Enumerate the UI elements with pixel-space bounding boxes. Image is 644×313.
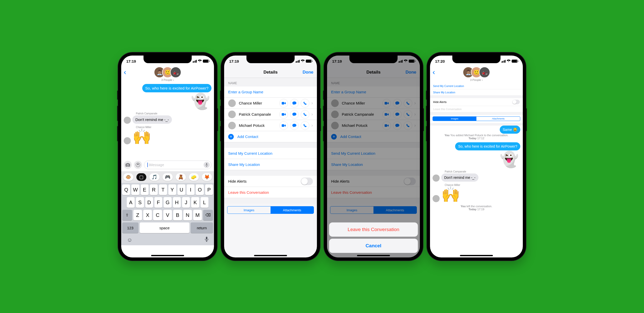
key-h[interactable]: H [173, 197, 181, 208]
ghost-emoji[interactable]: 👻 [191, 94, 210, 109]
key-j[interactable]: J [182, 197, 190, 208]
hands-emoji[interactable]: 🙌 [132, 129, 151, 144]
key-v[interactable]: V [163, 210, 172, 220]
video-icon[interactable] [279, 99, 288, 108]
appstore-icon[interactable] [134, 161, 142, 169]
key-d[interactable]: D [145, 197, 153, 208]
back-chevron-icon[interactable]: ‹ [124, 68, 126, 76]
svg-rect-2 [282, 124, 284, 127]
app-music[interactable]: 🎵 [149, 173, 159, 181]
message-out[interactable]: So, who here is excited for AirPower? [455, 142, 520, 150]
message-icon[interactable] [290, 121, 299, 130]
key-w[interactable]: W [131, 184, 139, 195]
key-q[interactable]: Q [122, 184, 130, 195]
contact-row[interactable]: Patrick Campanale › [224, 109, 317, 120]
phone-1: 17:19 ‹ 👨🏽‍💼🙂🏍️ 3 People › So, who here … [118, 53, 217, 260]
hide-alerts-row[interactable]: Hide Alerts [224, 176, 317, 187]
key-i[interactable]: I [187, 184, 194, 195]
add-contact-row[interactable]: + Add Contact [224, 131, 317, 142]
chat-subtitle[interactable]: 3 People › [121, 78, 214, 81]
key-c[interactable]: C [153, 210, 162, 220]
sheet-cancel-button[interactable]: Cancel [329, 239, 418, 253]
key-k[interactable]: K [191, 197, 199, 208]
message-icon[interactable] [290, 110, 299, 119]
message-out[interactable]: Same 😂 [500, 126, 520, 134]
dictate-icon[interactable] [204, 162, 210, 168]
shift-key[interactable]: ⇧ [122, 210, 132, 220]
video-icon[interactable] [279, 110, 288, 119]
key-m[interactable]: M [193, 210, 202, 220]
keyboard[interactable]: QWERTYUIOP ASDFGHJKL ⇧ ZXCVBNM ⌫ 123 spa… [121, 183, 214, 245]
message-input[interactable]: iMessage [144, 161, 211, 169]
app-strip[interactable]: 🐵 ▢ 🎵 🎮 🧸 🧽 🦊 [121, 171, 214, 183]
seg-attachments[interactable]: Attachments [271, 206, 314, 214]
done-button[interactable]: Done [303, 70, 314, 75]
key-s[interactable]: S [136, 197, 144, 208]
key-g[interactable]: G [164, 197, 171, 208]
message-icon[interactable] [290, 99, 299, 108]
emoji-key[interactable]: ☺ [127, 237, 132, 243]
space-key[interactable]: space [140, 222, 189, 233]
app-animoji[interactable]: 🐵 [123, 173, 133, 181]
segmented-control[interactable]: Images Attachments [227, 206, 314, 214]
key-e[interactable]: E [141, 184, 149, 195]
avatar-small[interactable] [124, 137, 131, 144]
mini-share-location[interactable]: Share My Location [430, 89, 523, 96]
sheet-leave-button[interactable]: Leave this Conversation [329, 222, 418, 237]
mini-hide-alerts[interactable]: Hide Alerts [430, 98, 523, 106]
avatar-small[interactable] [124, 117, 131, 124]
video-icon[interactable] [279, 121, 288, 130]
key-u[interactable]: U [177, 184, 185, 195]
key-l[interactable]: L [201, 197, 208, 208]
phone-icon[interactable] [301, 99, 309, 108]
app-giphy[interactable]: ▢ [136, 173, 147, 181]
message-list[interactable]: So, who here is excited for AirPower? 👻 … [121, 83, 214, 159]
app-sticker1[interactable]: 🧸 [176, 173, 186, 181]
hide-alerts-switch[interactable] [301, 178, 313, 185]
phone-icon[interactable] [301, 110, 309, 119]
key-b[interactable]: B [173, 210, 182, 220]
contact-row[interactable]: Michael Potuck › [224, 120, 317, 131]
message-in[interactable]: Don't remind me -_- [132, 115, 172, 124]
message-list[interactable]: Same 😂 You You added Michael Potuck to t… [430, 126, 523, 213]
app-game[interactable]: 🎮 [163, 173, 173, 181]
key-y[interactable]: Y [168, 184, 176, 195]
key-p[interactable]: P [205, 184, 213, 195]
phone-icon[interactable] [301, 121, 309, 130]
wifi-icon [198, 59, 202, 63]
send-location-row[interactable]: Send My Current Location [224, 148, 317, 159]
key-a[interactable]: A [127, 197, 135, 208]
chat-header[interactable]: ‹ 👨🏽‍💼🙂🏍️ 3 People › [430, 67, 523, 83]
key-r[interactable]: R [150, 184, 158, 195]
mini-send-location[interactable]: Send My Current Location [430, 83, 523, 89]
app-sticker2[interactable]: 🧽 [189, 173, 199, 181]
camera-icon[interactable] [124, 161, 132, 169]
mini-segmented[interactable]: ImagesAttachments [433, 116, 520, 121]
return-key[interactable]: return [191, 222, 213, 233]
numbers-key[interactable]: 123 [122, 222, 138, 233]
seg-images[interactable]: Images [227, 206, 271, 214]
back-chevron-icon[interactable]: ‹ [433, 68, 435, 76]
chat-header[interactable]: ‹ 👨🏽‍💼🙂🏍️ 3 People › [121, 67, 214, 83]
ghost-emoji[interactable]: 👻 [500, 152, 519, 167]
key-o[interactable]: O [196, 184, 204, 195]
key-x[interactable]: X [143, 210, 152, 220]
key-n[interactable]: N [183, 210, 192, 220]
app-sticker3[interactable]: 🦊 [202, 173, 212, 181]
mini-leave-row: Leave this Conversation [430, 106, 523, 112]
key-f[interactable]: F [154, 197, 162, 208]
dictate-key[interactable] [205, 237, 208, 243]
key-z[interactable]: Z [133, 210, 142, 220]
contact-name: Patrick Campanale [239, 112, 271, 116]
group-name-field[interactable]: Enter a Group Name [224, 86, 317, 98]
key-t[interactable]: T [159, 184, 167, 195]
backspace-key[interactable]: ⌫ [203, 210, 213, 220]
hands-emoji[interactable]: 🙌 [441, 187, 460, 202]
chevron-icon: › [311, 100, 313, 106]
avatar-icon [228, 122, 236, 129]
contact-row[interactable]: Chance Miller › [224, 98, 317, 109]
message-out[interactable]: So, who here is excited for AirPower? [142, 84, 211, 92]
group-avatars[interactable]: 👨🏽‍💼🙂🏍️ [154, 67, 181, 78]
share-location-row[interactable]: Share My Location [224, 159, 317, 170]
leave-conversation-row[interactable]: Leave this Conversation [224, 187, 317, 198]
